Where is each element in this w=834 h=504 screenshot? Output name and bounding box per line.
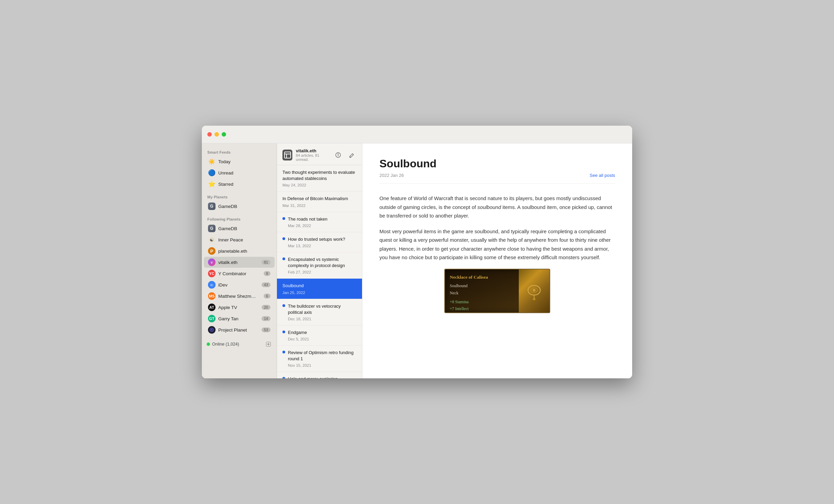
article-title-7: The bulldozer vs vetocracy political axi… <box>288 303 357 316</box>
reader-title: Soulbound <box>379 157 615 170</box>
my-planets-label: My Planets <box>202 192 277 200</box>
sidebar-item-label-starred: Starred <box>218 182 270 187</box>
idev-badge: 43 <box>262 282 270 287</box>
sidebar-item-garrytan[interactable]: GT Garry Tan 14 <box>204 313 275 324</box>
sidebar-item-project-planet[interactable]: Project Planet 53 <box>204 324 275 335</box>
article-date-4: Mar 13, 2022 <box>288 244 357 248</box>
article-date-3: Mar 28, 2022 <box>288 224 357 228</box>
sidebar-item-label-today: Today <box>218 159 270 164</box>
source-title: vitalik.eth <box>296 148 330 153</box>
sidebar-item-unread[interactable]: 🔵 Unread <box>204 167 275 178</box>
sidebar-item-matthew[interactable]: MS Matthew Shezm… 6 <box>204 291 275 302</box>
unread-indicator-10 <box>282 377 285 378</box>
project-planet-icon <box>208 326 216 334</box>
smart-feeds-label: Smart Feeds <box>202 148 277 156</box>
vitalik-icon: V <box>208 258 216 266</box>
info-button[interactable] <box>333 150 343 160</box>
article-title-4: How do trusted setups work? <box>288 236 357 242</box>
appletv-icon: AT <box>208 304 216 311</box>
reader-meta: 2022 Jan 26 See all posts <box>379 173 615 184</box>
reader-body: One feature of World of Warcraft that is… <box>379 194 615 313</box>
unread-indicator-8 <box>282 331 285 333</box>
reader-date: 2022 Jan 26 <box>379 173 404 178</box>
vitalik-badge: 81 <box>262 260 270 265</box>
svg-text:iD: iD <box>210 283 213 287</box>
article-item-6[interactable]: Soulbound Jan 25, 2022 <box>277 279 362 299</box>
svg-point-21 <box>533 289 536 292</box>
appletv-badge: 20 <box>262 305 270 310</box>
see-all-posts-link[interactable]: See all posts <box>590 173 615 178</box>
game-item-details: Necklace of Calisea Soulbound Neck +8 St… <box>445 269 520 313</box>
sidebar-item-gamedb-follow[interactable]: G GameDB <box>204 223 275 234</box>
sidebar-item-ycombinator[interactable]: YC Y Combinator 8 <box>204 268 275 279</box>
game-item-stat2: +7 Intellect <box>450 305 515 312</box>
game-item-stat1: +8 Stamina <box>450 298 515 305</box>
header-actions <box>333 150 357 160</box>
svg-line-16 <box>352 154 353 155</box>
unread-indicator-3 <box>282 217 285 220</box>
online-status-bar: Online (1,024) <box>202 338 277 350</box>
article-item-4[interactable]: How do trusted setups work? Mar 13, 2022 <box>277 232 362 252</box>
sidebar-item-vitalik[interactable]: V vitalik.eth 81 <box>204 257 275 268</box>
article-date-8: Dec 5, 2021 <box>288 337 357 341</box>
article-item-9[interactable]: Review of Optimism retro funding round 1… <box>277 346 362 372</box>
article-item-7[interactable]: The bulldozer vs vetocracy political axi… <box>277 299 362 325</box>
game-item-title: Necklace of Calisea <box>450 274 515 281</box>
article-list-panel: vitalik.eth 84 articles, 81 unread. Two <box>277 143 362 378</box>
sidebar-item-label-inner-peace: Inner Peace <box>218 237 270 242</box>
close-button[interactable] <box>207 132 212 137</box>
sidebar-item-label-idev: iDev <box>218 282 259 288</box>
sidebar-item-label-garrytan: Garry Tan <box>218 316 259 321</box>
unread-indicator-7 <box>282 304 285 307</box>
source-subtitle: 84 articles, 81 unread. <box>296 153 330 162</box>
unread-indicator-9 <box>282 351 285 353</box>
article-item-10[interactable]: Halo and more: exploring incremental ver… <box>277 372 362 378</box>
article-item-5[interactable]: Encapsulated vs systemic complexity in p… <box>277 252 362 279</box>
article-date-7: Dec 18, 2021 <box>288 317 357 321</box>
game-item-stat3: +7 Spirit <box>450 312 515 313</box>
unread-indicator-4 <box>282 237 285 240</box>
sidebar-item-label-ycombinator: Y Combinator <box>218 271 261 276</box>
article-title-1: Two thought experiments to evaluate auto… <box>282 169 357 182</box>
reader-paragraph-1: One feature of World of Warcraft that is… <box>379 194 615 220</box>
sidebar-item-label-unread: Unread <box>218 170 270 176</box>
today-icon: ☀️ <box>208 158 216 165</box>
compose-button[interactable] <box>347 150 357 160</box>
article-item-3[interactable]: The roads not taken Mar 28, 2022 <box>277 212 362 232</box>
online-label: Online (1,024) <box>212 342 263 347</box>
sidebar-item-gamedb-mine[interactable]: G GameDB <box>204 201 275 212</box>
sidebar-item-planetable[interactable]: P planetable.eth <box>204 246 275 256</box>
svg-point-15 <box>338 154 338 154</box>
app-window: Smart Feeds ☀️ Today 🔵 Unread ⭐ Starred … <box>202 126 632 378</box>
article-date-9: Nov 15, 2021 <box>288 363 357 367</box>
article-title-9: Review of Optimism retro funding round 1 <box>288 350 357 362</box>
idev-icon: iD <box>208 281 216 289</box>
traffic-lights <box>207 132 226 137</box>
sidebar-item-label-planetable: planetable.eth <box>218 249 270 254</box>
fullscreen-button[interactable] <box>222 132 226 137</box>
sidebar: Smart Feeds ☀️ Today 🔵 Unread ⭐ Starred … <box>202 143 277 378</box>
sidebar-item-inner-peace[interactable]: ☯ Inner Peace <box>204 234 275 245</box>
article-title-10: Halo and more: exploring incremental ver… <box>288 376 357 378</box>
minimize-button[interactable] <box>214 132 219 137</box>
sidebar-item-starred[interactable]: ⭐ Starred <box>204 179 275 190</box>
add-online-button[interactable] <box>265 341 272 348</box>
ycombinator-icon: YC <box>208 270 216 277</box>
sidebar-item-idev[interactable]: iD iDev 43 <box>204 279 275 290</box>
game-item-type1: Soulbound <box>450 282 515 289</box>
inner-peace-icon: ☯ <box>208 236 216 243</box>
article-list-header: vitalik.eth 84 articles, 81 unread. <box>277 143 362 165</box>
article-title-8: Endgame <box>288 330 357 336</box>
article-item-2[interactable]: In Defense of Bitcoin Maximalism Mar 31,… <box>277 192 362 212</box>
sidebar-item-label-gamedb-follow: GameDB <box>218 226 270 231</box>
sidebar-item-today[interactable]: ☀️ Today <box>204 156 275 167</box>
article-item-8[interactable]: Endgame Dec 5, 2021 <box>277 325 362 346</box>
project-planet-badge: 53 <box>262 327 270 332</box>
article-date-6: Jan 25, 2022 <box>282 291 357 295</box>
sidebar-item-appletv[interactable]: AT Apple TV 20 <box>204 302 275 313</box>
svg-text:V: V <box>211 261 213 264</box>
following-planets-label: Following Planets <box>202 214 277 223</box>
article-title-2: In Defense of Bitcoin Maximalism <box>282 196 357 202</box>
garrytan-badge: 14 <box>262 316 270 321</box>
article-item-1[interactable]: Two thought experiments to evaluate auto… <box>277 165 362 192</box>
